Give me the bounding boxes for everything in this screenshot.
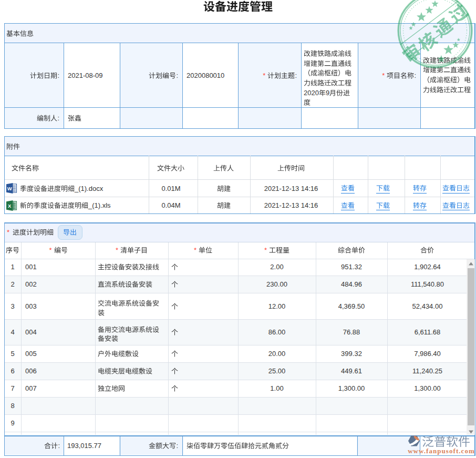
- svg-text:X: X: [8, 203, 12, 209]
- svg-text:W: W: [7, 186, 12, 191]
